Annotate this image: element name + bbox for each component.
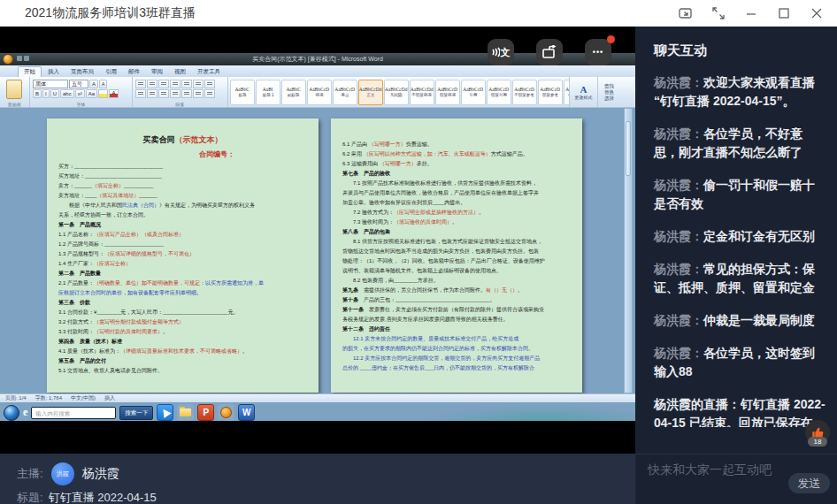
style-chip[interactable]: AaBl标题 1 — [256, 80, 280, 105]
host-avatar[interactable]: 洪霞 — [51, 462, 74, 485]
style-chip[interactable]: AaBbCcD要点 — [333, 80, 357, 105]
shared-screen: 买卖合同(示范文本) [兼容模式] - Microsoft Word 开始插入页… — [0, 53, 635, 421]
taskbar-wallpaper-glow — [405, 402, 635, 421]
close-icon[interactable] — [810, 7, 823, 20]
document-line: 12.1 卖方未按合同约定的数量、质量或技术标准交付产品，给买方造成 — [331, 334, 582, 344]
document-line: 第九条 需提供担保的，另立合同担保书，作为本合同附件。有（）无（）。 — [331, 286, 582, 295]
chat-input-area: 快来和大家一起互动吧 发送 — [635, 454, 837, 504]
paragraph-tool-icon[interactable] — [204, 89, 215, 98]
more-options-button[interactable]: ••• — [585, 39, 611, 65]
chat-message-text: 仲裁是一裁最局制度 — [703, 313, 815, 327]
style-chip[interactable]: AaBbCcDd无间隔 — [384, 80, 409, 105]
ribbon-tab[interactable]: 审阅 — [146, 67, 168, 77]
ie-icon[interactable]: e — [23, 406, 27, 419]
ribbon-tab[interactable]: 页面布局 — [65, 67, 99, 77]
style-chip[interactable]: AaBbC副标题 — [281, 80, 306, 105]
paragraph-tool-icon[interactable] — [135, 89, 146, 98]
chat-message-text: 定金和订金有无区别 — [703, 229, 815, 243]
powerpoint-icon[interactable]: P — [197, 404, 214, 421]
paragraph-tool-icon[interactable] — [158, 80, 169, 88]
style-chip[interactable]: AaBbCcD引用 — [461, 80, 486, 105]
taskbar-search-button[interactable]: 搜索一下 — [119, 406, 153, 420]
office-button[interactable] — [3, 54, 13, 65]
ribbon-tab[interactable]: 开发工具 — [192, 67, 226, 77]
document-line: 第十条 产品的三包：______________________________… — [331, 295, 582, 305]
edit-menu-item[interactable]: 查找 — [599, 83, 634, 88]
style-chip[interactable]: AaBbCcD强调 — [307, 80, 332, 105]
style-chip[interactable]: AaBbCcDd正文 — [358, 80, 383, 105]
style-chip[interactable]: AaBbCcD不明显参考 — [512, 80, 537, 105]
document-line: 7.3 验收时间为：（填写验收的具体时间）。 — [331, 218, 582, 227]
save-icon[interactable] — [17, 56, 22, 61]
font-format-button[interactable]: Aa — [86, 89, 97, 98]
paragraph-tool-icon[interactable] — [181, 80, 192, 88]
minimize-icon[interactable] — [744, 7, 757, 20]
rotate-screen-button[interactable] — [536, 39, 563, 65]
word-title-text: 买卖合同(示范文本) [兼容模式] - Microsoft Word — [252, 55, 383, 64]
font-format-button[interactable]: x² — [75, 89, 85, 98]
chat-message-list[interactable]: 杨洪霞：欢迎大家来观看直播 “钉钉直播 2022-04-15”。杨洪霞：各位学员… — [635, 73, 837, 427]
paragraph-tool-icon[interactable] — [193, 80, 203, 88]
style-chip[interactable]: AaBbCcD明显引用 — [487, 80, 511, 105]
document-line: 买方：______________________________ — [47, 162, 319, 172]
change-styles-button[interactable]: A 更改样式 — [570, 77, 598, 107]
font-size-select[interactable]: 五号 — [69, 80, 88, 88]
edit-menu-item[interactable]: 替换 — [599, 89, 634, 95]
paragraph-tool-icon[interactable] — [193, 89, 203, 98]
paragraph-tool-icon[interactable] — [147, 80, 157, 88]
paragraph-tool-icon[interactable] — [135, 80, 146, 88]
paragraph-tool-icon[interactable] — [181, 89, 192, 98]
explorer-folder-icon[interactable] — [177, 404, 194, 421]
status-item: 中文(中国) — [71, 394, 96, 402]
word-icon[interactable]: W — [238, 404, 255, 421]
chat-input[interactable]: 快来和大家一起互动吧 — [648, 462, 772, 478]
ribbon-tab[interactable]: 开始 — [18, 66, 42, 77]
document-line: 12.2 卖方应按本合同约定的期限交货，逾期交货的，卖方应向买方支付逾期产品 — [331, 354, 582, 363]
host-label: 主播: — [17, 466, 43, 482]
subtitle-translate-button[interactable]: 文 — [488, 39, 514, 65]
paragraph-tool-icon[interactable] — [204, 80, 215, 88]
start-button[interactable] — [4, 405, 19, 421]
font-format-button[interactable]: U — [50, 89, 59, 98]
dingtalk-icon[interactable] — [157, 404, 173, 421]
document-line: 3.3 付款时间：（写明付款的具体时间要求）。 — [47, 327, 319, 337]
paragraph-tool-icon[interactable] — [170, 80, 180, 88]
style-chip[interactable]: AaBbCcD明显强调 — [435, 80, 460, 105]
ribbon-tab[interactable]: 引用 — [100, 67, 122, 77]
like-count-badge: 18 — [808, 437, 827, 447]
font-format-button[interactable]: abc — [60, 89, 74, 98]
ribbon-tab-row: 开始插入页面布局引用邮件审阅视图开发工具 — [0, 65, 635, 77]
undo-icon[interactable] — [24, 56, 29, 61]
style-chip[interactable]: AaBbCcD明显参考 — [538, 80, 563, 105]
float-window-icon[interactable] — [679, 7, 692, 20]
word-scrollbar[interactable] — [624, 108, 633, 393]
style-chip[interactable]: AaBbC标题 — [230, 80, 255, 105]
style-chip[interactable]: AaBbCcDd不明显强调 — [410, 80, 434, 105]
font-name-select[interactable]: 黑体 — [33, 80, 68, 88]
ribbon-tab[interactable]: 视图 — [169, 67, 191, 77]
status-item: 插入 — [104, 394, 115, 402]
paragraph-tool-icon[interactable] — [158, 89, 169, 98]
edit-menu-item[interactable]: 选择 — [599, 95, 634, 101]
shrink-font-button[interactable]: A — [99, 80, 107, 88]
paste-button[interactable] — [6, 80, 22, 99]
fullscreen-icon[interactable] — [711, 7, 725, 20]
scrollbar-thumb[interactable] — [626, 121, 631, 176]
ribbon-tab[interactable]: 邮件 — [123, 67, 145, 77]
font-color-icon[interactable]: A — [109, 89, 119, 98]
taskbar-search-input[interactable]: 输入内容搜索 — [31, 407, 116, 419]
paragraph-tool-icon[interactable] — [170, 89, 180, 98]
paragraph-tool-icon[interactable] — [147, 89, 157, 98]
maximize-icon[interactable] — [777, 7, 790, 20]
document-line: 总价的 ____违约金；在买方催告后___日内，仍不能按期交货的，买方有权解除合 — [331, 363, 582, 373]
font-format-button[interactable]: B — [33, 89, 42, 98]
grow-font-button[interactable]: A — [89, 80, 98, 88]
windows-taskbar: e 输入内容搜索 搜索一下 PW — [0, 402, 635, 421]
highlight-color-icon[interactable] — [98, 89, 108, 98]
send-button[interactable]: 发送 — [788, 473, 830, 493]
ribbon-tab[interactable]: 插入 — [42, 67, 65, 77]
font-group: 黑体 五号 A A BIUabcx²AaA 字体 — [30, 77, 133, 107]
font-format-button[interactable]: I — [42, 89, 50, 98]
recorder-icon[interactable] — [218, 404, 234, 421]
style-chip[interactable]: AaBbCcD书籍标题 — [564, 80, 570, 105]
